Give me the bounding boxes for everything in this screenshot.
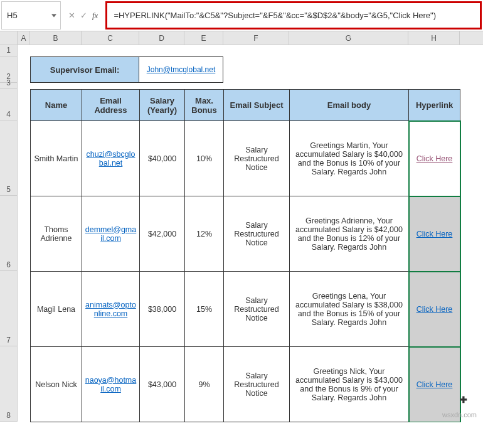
row-header-7[interactable]: 7 (0, 271, 18, 346)
watermark: wsxdn.com (442, 411, 477, 419)
table-row: Nelson Nick naoya@hotmail.com $43,000 9%… (31, 347, 460, 422)
header-body[interactable]: Email body (290, 90, 409, 121)
confirm-icon[interactable]: ✓ (80, 11, 87, 20)
formula-input[interactable]: =HYPERLINK("MailTo:"&C5&"?Subject="&F5&"… (105, 1, 482, 29)
cancel-icon[interactable]: ✕ (68, 11, 75, 20)
supervisor-label-cell[interactable]: Supervisor Email: (30, 56, 139, 83)
cell-hyperlink-active[interactable]: Click Here (409, 121, 460, 196)
formula-bar: H5 ✕ ✓ fx =HYPERLINK("MailTo:"&C5&"?Subj… (0, 0, 483, 31)
data-table: Name Email Address Salary (Yearly) Max. … (30, 89, 460, 422)
email-link[interactable]: animats@optonline.com (85, 301, 137, 318)
cell-bonus[interactable]: 10% (185, 121, 224, 196)
header-hyperlink[interactable]: Hyperlink (409, 90, 460, 121)
col-header-a[interactable]: A (18, 31, 30, 45)
cell-email[interactable]: naoya@hotmail.com (82, 347, 140, 422)
col-header-g[interactable]: G (289, 31, 408, 45)
header-bonus[interactable]: Max. Bonus (185, 90, 224, 121)
col-header-e[interactable]: E (184, 31, 223, 45)
cell-body[interactable]: Greetings Lena, Your accumulated Salary … (290, 272, 409, 347)
select-all-corner[interactable] (0, 31, 18, 45)
table-header-row: Name Email Address Salary (Yearly) Max. … (31, 90, 460, 121)
row-header-8[interactable]: 8 (0, 346, 18, 422)
cell-name[interactable]: Smith Martin (31, 121, 82, 196)
table-row: Smith Martin chuzi@sbcglobal.net $40,000… (31, 121, 460, 196)
cell-subject[interactable]: Salary Restructured Notice (224, 196, 290, 272)
supervisor-email-link[interactable]: John@tmcglobal.net (147, 65, 216, 74)
header-email[interactable]: Email Address (82, 90, 140, 121)
cell-subject[interactable]: Salary Restructured Notice (224, 347, 290, 422)
table-row: Magil Lena animats@optonline.com $38,000… (31, 272, 460, 347)
cell-salary[interactable]: $40,000 (140, 121, 185, 196)
cell-salary[interactable]: $43,000 (140, 347, 185, 422)
cell-salary[interactable]: $42,000 (140, 196, 185, 272)
cell-subject[interactable]: Salary Restructured Notice (224, 272, 290, 347)
fx-icon[interactable]: fx (92, 11, 98, 21)
email-link[interactable]: chuzi@sbcglobal.net (85, 150, 137, 168)
cell-subject[interactable]: Salary Restructured Notice (224, 121, 290, 196)
click-here-link[interactable]: Click Here (417, 154, 453, 163)
supervisor-row: Supervisor Email: John@tmcglobal.net (30, 56, 483, 83)
cell-email[interactable]: chuzi@sbcglobal.net (82, 121, 140, 196)
cell-body[interactable]: Greetings Nick, Your accumulated Salary … (290, 347, 409, 422)
spreadsheet-grid: A B C D E F G H 1 2 3 4 5 6 7 8 Supervis… (0, 31, 483, 422)
cell-email[interactable]: demmel@gmail.com (82, 196, 140, 272)
col-header-c[interactable]: C (82, 31, 139, 45)
cell-hyperlink[interactable]: Click Here (409, 196, 460, 272)
cell-name[interactable]: Nelson Nick (31, 347, 82, 422)
table-row: Thoms Adrienne demmel@gmail.com $42,000 … (31, 196, 460, 272)
email-link[interactable]: naoya@hotmail.com (85, 376, 137, 393)
formula-controls: ✕ ✓ fx (62, 0, 104, 31)
cell-name[interactable]: Thoms Adrienne (31, 196, 82, 272)
row-header-4[interactable]: 4 (0, 89, 18, 120)
click-here-link[interactable]: Click Here (417, 230, 453, 238)
row-header-5[interactable]: 5 (0, 120, 18, 196)
cell-bonus[interactable]: 12% (185, 196, 224, 272)
col-header-d[interactable]: D (139, 31, 184, 45)
cell-reference-box[interactable]: H5 (1, 1, 61, 29)
row-header-1[interactable]: 1 (0, 45, 18, 56)
col-header-b[interactable]: B (30, 31, 82, 45)
fill-handle-cursor-icon: ✚ (460, 395, 467, 405)
cell-name[interactable]: Magil Lena (31, 272, 82, 347)
col-header-f[interactable]: F (223, 31, 289, 45)
supervisor-email-cell[interactable]: John@tmcglobal.net (139, 56, 223, 83)
cell-hyperlink[interactable]: Click Here (409, 272, 460, 347)
row-headers: 1 2 3 4 5 6 7 8 (0, 45, 18, 422)
row-header-6[interactable]: 6 (0, 196, 18, 271)
cell-body[interactable]: Greetings Martin, Your accumulated Salar… (290, 121, 409, 196)
column-headers: A B C D E F G H (0, 31, 483, 45)
cell-salary[interactable]: $38,000 (140, 272, 185, 347)
col-header-h[interactable]: H (408, 31, 460, 45)
header-name[interactable]: Name (31, 90, 82, 121)
click-here-link[interactable]: Click Here (417, 305, 453, 314)
cell-bonus[interactable]: 9% (185, 347, 224, 422)
header-salary[interactable]: Salary (Yearly) (140, 90, 185, 121)
click-here-link[interactable]: Click Here (417, 380, 453, 389)
cell-content-area[interactable]: Supervisor Email: John@tmcglobal.net Nam… (18, 45, 483, 422)
row-header-3[interactable]: 3 (0, 83, 18, 89)
cell-email[interactable]: animats@optonline.com (82, 272, 140, 347)
header-subject[interactable]: Email Subject (224, 90, 290, 121)
cell-body[interactable]: Greetings Adrienne, Your accumulated Sal… (290, 196, 409, 272)
email-link[interactable]: demmel@gmail.com (85, 225, 137, 243)
cell-bonus[interactable]: 15% (185, 272, 224, 347)
